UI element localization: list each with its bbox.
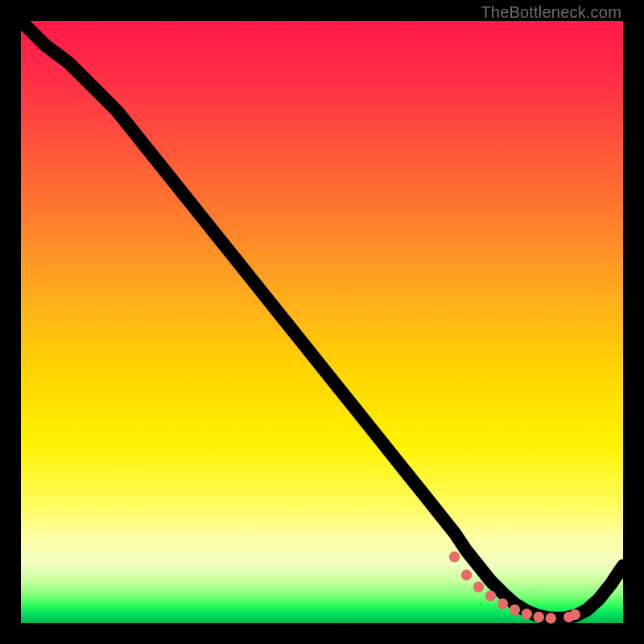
optimum-dot	[522, 609, 532, 619]
optimum-dot	[497, 598, 508, 609]
optimum-dot	[449, 551, 460, 562]
attribution-text: TheBottleneck.com	[481, 3, 621, 22]
bottleneck-curve	[21, 21, 623, 618]
optimum-dot	[473, 581, 484, 592]
curve-svg	[21, 21, 623, 623]
optimum-dot	[485, 591, 496, 601]
optimum-dot	[546, 613, 556, 623]
optimum-dot	[510, 605, 520, 615]
optimum-dot	[534, 612, 544, 622]
optimum-dot	[461, 569, 472, 580]
optimum-dot	[569, 609, 580, 620]
plot-area	[21, 21, 623, 623]
stage: TheBottleneck.com	[0, 0, 644, 644]
